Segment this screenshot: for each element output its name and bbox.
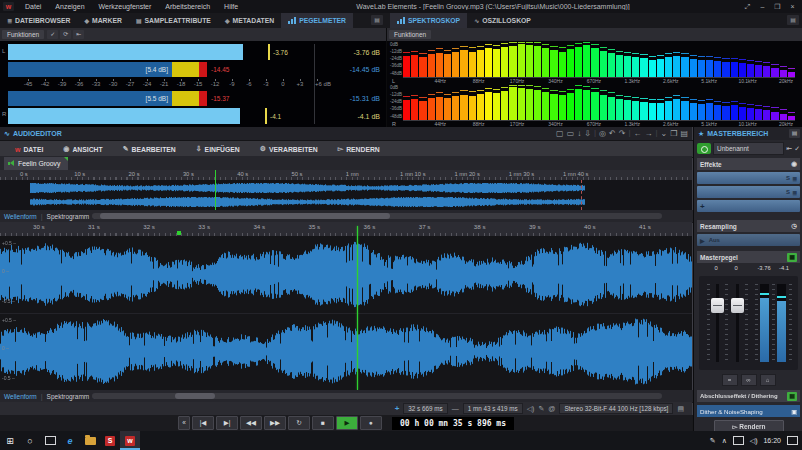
preset-name-field[interactable]: Unbenannt — [713, 142, 784, 155]
link-channels-icon[interactable]: ∞ — [741, 374, 757, 386]
eye-icon[interactable]: ◉ — [791, 160, 797, 168]
menu-einfügen[interactable]: ⇩EINFÜGEN — [187, 145, 249, 153]
bypass-icon[interactable]: ≣ — [792, 175, 797, 182]
minimize-icon[interactable]: – — [756, 2, 769, 11]
restore-icon[interactable]: ❐ — [771, 2, 784, 11]
collapse-button[interactable]: « — [178, 416, 190, 430]
start-button[interactable]: ⊞ — [0, 431, 20, 450]
final-effect-section-header[interactable]: Abschlusseffekt / Dithering▦ — [697, 390, 800, 402]
add-effect-button[interactable]: + — [697, 200, 800, 212]
tools-icon[interactable]: ✎ — [538, 405, 544, 413]
menu-ansicht[interactable]: ◉ANSICHT — [54, 145, 111, 153]
save-icon[interactable]: ↓ — [577, 128, 581, 139]
fader-track-right[interactable] — [736, 284, 739, 362]
monitor-icon[interactable]: ◁) — [527, 405, 535, 413]
hidden-icons-chevron[interactable]: ∧ — [722, 437, 727, 445]
tab-metadaten[interactable]: ◈METADATEN — [218, 13, 281, 28]
record-button[interactable]: ● — [360, 416, 382, 430]
main-waveform[interactable]: +0.5 –0 –-0.5 –+0.5 –0 –-0.5 – — [0, 236, 692, 390]
menu-datei[interactable]: Datei — [18, 3, 48, 10]
tab-options-icon[interactable]: ▤ — [371, 15, 383, 25]
stop-button[interactable]: ■ — [312, 416, 334, 430]
scrollbar-thumb[interactable] — [175, 393, 215, 399]
plugin-window-icon[interactable]: ▣ — [791, 408, 797, 415]
master-level-section-header[interactable]: Masterpegel▦ — [697, 251, 800, 263]
tab-dateibrowser[interactable]: ≣DATEIBROWSER — [0, 13, 77, 28]
clock-icon[interactable]: ◷ — [791, 222, 797, 230]
fit-window-icon[interactable]: ⤢ — [741, 2, 754, 11]
menu-bearbeiten[interactable]: ✎BEARBEITEN — [114, 145, 185, 153]
tab-wellenform[interactable]: Wellenform — [4, 393, 37, 400]
resampling-section-header[interactable]: Resampling◷ — [697, 220, 800, 232]
functions-menu-button[interactable]: Funktionen — [389, 30, 431, 39]
menu-datei[interactable]: wDATEI — [6, 146, 52, 153]
tab-spektroskop[interactable]: SPEKTROSKOP — [390, 13, 467, 28]
reset-icon[interactable]: ⇤ — [786, 145, 792, 153]
tab-spektrogramm[interactable]: Spektrogramm — [47, 213, 90, 220]
tab-options-icon[interactable]: ▤ — [787, 15, 799, 25]
tab-pegelmeter[interactable]: PEGELMETER — [281, 13, 353, 28]
tab-wellenform[interactable]: Wellenform — [4, 213, 37, 220]
menu-hilfe[interactable]: Hilfe — [217, 3, 245, 10]
volume-icon[interactable]: ◁) — [750, 437, 758, 445]
record-icon[interactable]: ◎ — [599, 128, 606, 139]
network-icon[interactable] — [733, 436, 744, 445]
dither-plugin-dropdown[interactable]: Dither & NoiseShaping▣ — [697, 405, 800, 417]
master-power-button[interactable] — [697, 143, 711, 154]
nav-forward-icon[interactable]: → — [644, 128, 652, 139]
go-end-button[interactable]: ▶| — [216, 416, 238, 430]
resampling-value-row[interactable]: ▶Aus — [697, 234, 800, 246]
dock-icon[interactable]: ❒ — [670, 128, 677, 139]
bypass-icon[interactable]: ≣ — [792, 189, 797, 196]
open-file-icon[interactable]: ▭ — [567, 128, 575, 139]
nav-back-icon[interactable]: ← — [633, 128, 641, 139]
zoom-icon[interactable]: @ — [548, 405, 555, 412]
file-length-value[interactable]: 1 mn 43 s 419 ms — [463, 403, 523, 414]
panel-menu-icon[interactable]: ▤ — [680, 128, 688, 139]
new-file-icon[interactable]: ▢ — [556, 128, 564, 139]
fader-handle-right[interactable] — [731, 298, 744, 313]
effect-slot-2[interactable]: S≣ — [697, 186, 800, 198]
fader-track-left[interactable] — [716, 284, 719, 362]
loop-button[interactable]: ↻ — [288, 416, 310, 430]
menu-rendern[interactable]: ▻RENDERN — [329, 145, 389, 153]
dither-config-icon[interactable]: ▦ — [787, 392, 797, 401]
main-time-ruler[interactable]: 30 s31 s32 s33 s34 s35 s36 s37 s38 s39 s… — [0, 222, 692, 237]
effects-section-header[interactable]: Effekte◉ — [697, 158, 800, 170]
taskbar-app-icon-active[interactable]: w — [120, 431, 140, 450]
fader-handle-left[interactable] — [711, 298, 724, 313]
solo-icon[interactable]: S — [786, 175, 790, 181]
undo-icon[interactable]: ↶ — [609, 128, 616, 139]
file-tab[interactable]: Feelin Groovy — [4, 157, 68, 170]
pen-icon[interactable]: ✎ — [710, 437, 716, 445]
play-button[interactable]: ▶ — [336, 416, 358, 430]
search-icon[interactable]: ○ — [20, 431, 40, 450]
overview-waveform-canvas[interactable] — [0, 180, 692, 210]
meter-config-icon[interactable]: ▦ — [787, 253, 797, 262]
tab-sampleattribute[interactable]: ▤SAMPLEATTRIBUTE — [129, 13, 218, 28]
fast-forward-button[interactable]: ▶▶ — [264, 416, 286, 430]
functions-menu-button[interactable]: Funktionen — [2, 30, 44, 39]
file-explorer-icon[interactable] — [80, 431, 100, 450]
tab-oszilloskop[interactable]: ∿OSZILLOSKOP — [467, 13, 538, 28]
effect-slot-1[interactable]: S≣ — [697, 172, 800, 184]
close-icon[interactable]: × — [786, 2, 799, 11]
overview-scrollbar[interactable] — [92, 213, 662, 219]
redo-icon[interactable]: ↷ — [619, 128, 626, 139]
mono-sum-icon[interactable]: = — [722, 374, 738, 386]
task-view-icon[interactable] — [40, 431, 60, 450]
edge-browser-icon[interactable]: e — [60, 431, 80, 450]
menu-anzeigen[interactable]: Anzeigen — [48, 3, 91, 10]
scrollbar-thumb[interactable] — [100, 213, 390, 219]
main-scrollbar[interactable] — [92, 393, 662, 399]
go-start-button[interactable]: |◀ — [192, 416, 214, 430]
solo-icon[interactable]: S — [786, 189, 790, 195]
rewind-button[interactable]: ◀◀ — [240, 416, 262, 430]
action-center-icon[interactable] — [787, 436, 798, 445]
taskbar-app-icon[interactable]: S — [100, 431, 120, 450]
audio-format-value[interactable]: Stereo 32-Bit-F 44 100 Hz [128 kbps] — [559, 403, 673, 414]
menu-arbeitsbereich[interactable]: Arbeitsbereich — [158, 3, 217, 10]
reset-peaks-icon[interactable]: ⇤ — [73, 30, 84, 39]
panel-menu-icon[interactable]: ▤ — [789, 129, 800, 138]
status-menu-icon[interactable]: ▤ — [677, 405, 684, 413]
